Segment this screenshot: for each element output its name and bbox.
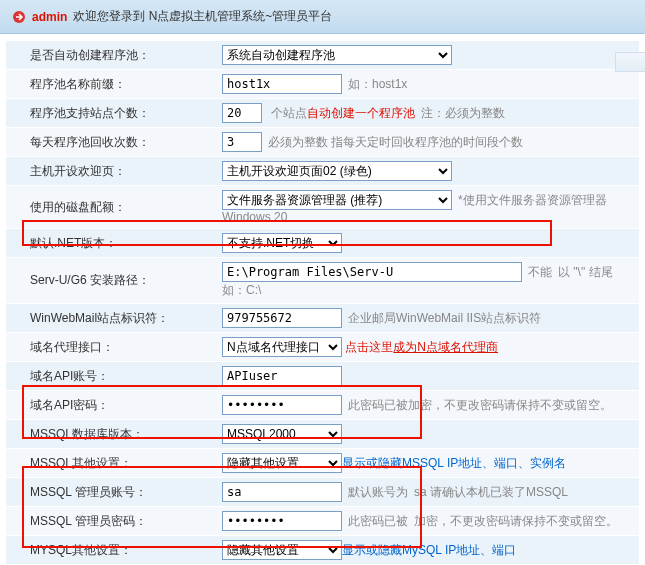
welcome-text: 欢迎您登录到 N点虚拟主机管理系统~管理员平台 — [73, 8, 332, 25]
select-welcome-page[interactable]: 主机开设欢迎页面02 (绿色) — [222, 161, 452, 181]
hint-pool-sites-a: 个站点 — [271, 106, 307, 120]
input-pool-sites[interactable] — [222, 103, 262, 123]
input-servu[interactable] — [222, 262, 522, 282]
hint-domain-proxy-prefix: 点击这里 — [345, 340, 393, 354]
label-mssql-admin: MSSQL 管理员账号： — [6, 478, 216, 506]
hint-mssql-pwd-b: 加密，不更改密码请保持不变或留空。 — [414, 514, 618, 528]
hint-recycle: 必须为整数 指每天定时回收程序池的时间段个数 — [268, 135, 523, 149]
label-mssql-pwd: MSSQL 管理员密码： — [6, 507, 216, 535]
hint-mssql-pwd-a: 此密码已被 — [348, 514, 408, 528]
select-net-ver[interactable]: 不支持.NET切换 — [222, 233, 342, 253]
label-servu: Serv-U/G6 安装路径： — [6, 258, 216, 303]
label-pool-prefix: 程序池名称前缀： — [6, 70, 216, 98]
label-disk-quota: 使用的磁盘配额： — [6, 186, 216, 228]
label-welcome-page: 主机开设欢迎页： — [6, 157, 216, 185]
label-domain-api-acc: 域名API账号： — [6, 362, 216, 390]
input-domain-api-acc[interactable] — [222, 366, 342, 386]
form-panel: 是否自动创建程序池： 系统自动创建程序池 程序池名称前缀： 如：host1x 程… — [0, 34, 645, 565]
select-mssql-other[interactable]: 隐藏其他设置 — [222, 453, 342, 473]
select-mysql-other[interactable]: 隐藏其他设置 — [222, 540, 342, 560]
input-domain-api-pwd[interactable] — [222, 395, 342, 415]
link-become-agent[interactable]: 成为N点域名代理商 — [393, 340, 498, 354]
label-recycle: 每天程序池回收次数： — [6, 128, 216, 156]
label-pool-sites: 程序池支持站点个数： — [6, 99, 216, 127]
hint-mssql-other: 显示或隐藏MSSQL IP地址、端口、实例名 — [342, 456, 566, 470]
page-header: admin 欢迎您登录到 N点虚拟主机管理系统~管理员平台 — [0, 0, 645, 34]
hint-mssql-admin-a: 默认账号为 — [348, 485, 408, 499]
admin-label: admin — [32, 10, 67, 24]
input-winweb[interactable] — [222, 308, 342, 328]
hint-domain-api-pwd: 此密码已被加密，不更改密码请保持不变或留空。 — [348, 398, 612, 412]
label-domain-api-pwd: 域名API密码： — [6, 391, 216, 419]
label-mssql-other: MSSQL其他设置： — [6, 449, 216, 477]
select-disk-quota[interactable]: 文件服务器资源管理器 (推荐) — [222, 190, 452, 210]
hint-mssql-admin-b: sa 请确认本机已装了MSSQL — [414, 485, 568, 499]
input-mssql-admin[interactable] — [222, 482, 342, 502]
input-mssql-pwd[interactable] — [222, 511, 342, 531]
hint-pool-sites-c: 注：必须为整数 — [421, 106, 505, 120]
settings-table: 是否自动创建程序池： 系统自动创建程序池 程序池名称前缀： 如：host1x 程… — [6, 40, 639, 565]
label-mssql-ver: MSSQL数据库版本： — [6, 420, 216, 448]
hint-servu-a: 不能 — [528, 265, 552, 279]
truncated-button — [615, 52, 645, 72]
label-domain-proxy: 域名代理接口： — [6, 333, 216, 361]
logoff-icon[interactable] — [12, 10, 26, 24]
label-auto-pool: 是否自动创建程序池： — [6, 41, 216, 69]
select-auto-pool[interactable]: 系统自动创建程序池 — [222, 45, 452, 65]
label-net-ver: 默认.NET版本： — [6, 229, 216, 257]
input-pool-prefix[interactable] — [222, 74, 342, 94]
select-domain-proxy[interactable]: N点域名代理接口 — [222, 337, 342, 357]
hint-winweb: 企业邮局WinWebMail IIS站点标识符 — [348, 311, 541, 325]
label-winweb: WinWebMail站点标识符： — [6, 304, 216, 332]
hint-pool-prefix: 如：host1x — [348, 77, 407, 91]
input-recycle[interactable] — [222, 132, 262, 152]
hint-mysql-other: 显示或隐藏MySQL IP地址、端口 — [342, 543, 516, 557]
label-mysql-other: MYSQL其他设置： — [6, 536, 216, 564]
hint-pool-sites-b: 自动创建一个程序池 — [307, 106, 415, 120]
select-mssql-ver[interactable]: MSSQL2000 — [222, 424, 342, 444]
